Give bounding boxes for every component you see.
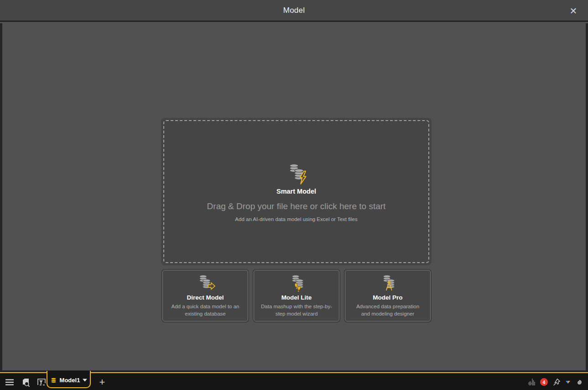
dropzone-title: Smart Model	[276, 188, 316, 195]
database-compass-icon	[378, 273, 398, 293]
dialog-content: Smart Model Drag & Drop your file here o…	[0, 23, 588, 370]
search-content-icon[interactable]	[21, 377, 31, 387]
card-description: Advanced data preparation and modeling d…	[351, 303, 424, 317]
close-icon[interactable]: ✕	[565, 0, 582, 22]
model-dialog: Model ✕ Smart Model Drag & Drop your fil…	[0, 0, 588, 390]
pin-icon[interactable]	[552, 377, 562, 387]
model-cards-row: Direct Model Add a quick data model to a…	[162, 270, 431, 321]
dialog-titlebar: Model ✕	[0, 0, 588, 22]
taskbar: Model1 + 4	[0, 372, 588, 390]
card-model-pro[interactable]: Model Pro Advanced data preparation and …	[345, 270, 431, 321]
tab-label: Model1	[60, 377, 80, 384]
dialog-title: Model	[283, 6, 305, 15]
database-footsteps-icon	[286, 273, 307, 293]
pyramid-icon[interactable]	[526, 377, 536, 387]
card-description: Data mashup with the step-by-step model …	[260, 303, 333, 317]
chevron-down-icon	[83, 379, 87, 382]
notification-badge[interactable]: 4	[540, 378, 548, 386]
card-description: Add a quick data model to an existing da…	[169, 303, 242, 317]
smart-model-dropzone[interactable]: Smart Model Drag & Drop your file here o…	[161, 118, 432, 265]
filter-board-icon[interactable]	[36, 377, 47, 387]
tab-model1[interactable]: Model1	[47, 371, 91, 388]
menu-icon[interactable]	[5, 377, 15, 387]
database-arrow-icon	[195, 273, 215, 293]
dropzone-main-text: Drag & Drop your file here or click here…	[207, 201, 386, 211]
card-title: Model Pro	[373, 294, 402, 301]
dropzone-sub-text: Add an AI-driven data model using Excel …	[235, 216, 357, 222]
taskbar-left-icons	[5, 374, 47, 390]
add-tab-button[interactable]: +	[96, 374, 108, 390]
card-model-lite[interactable]: Model Lite Data mashup with the step-by-…	[254, 270, 339, 321]
dropdown-caret-icon[interactable]	[565, 377, 571, 387]
card-title: Model Lite	[281, 294, 312, 301]
card-direct-model[interactable]: Direct Model Add a quick data model to a…	[162, 270, 248, 321]
taskbar-right-icons: 4	[526, 374, 584, 390]
spiral-icon[interactable]	[574, 377, 584, 387]
database-yellow-icon	[50, 377, 57, 384]
database-lightning-icon	[285, 161, 308, 185]
dropzone-dashed-border: Smart Model Drag & Drop your file here o…	[163, 120, 429, 263]
card-title: Direct Model	[187, 294, 224, 301]
